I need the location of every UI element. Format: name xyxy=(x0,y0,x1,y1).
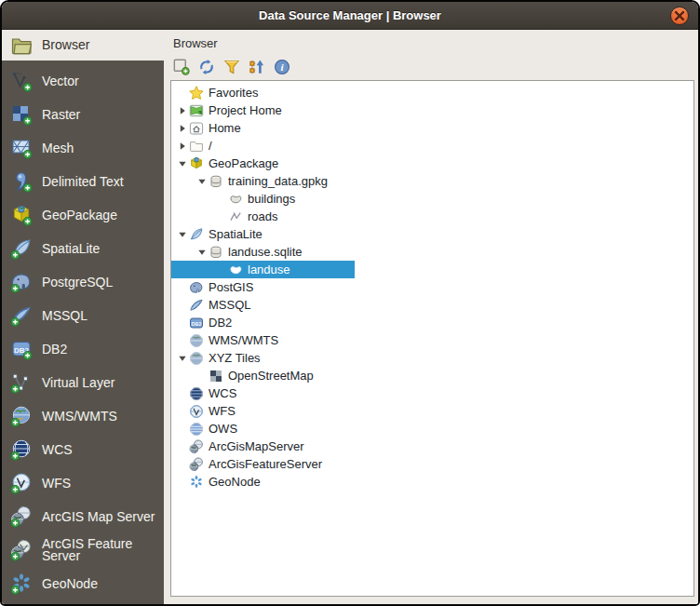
project-home-icon xyxy=(189,103,204,118)
chevron-collapsed-icon[interactable] xyxy=(175,103,189,117)
sidebar-item-label: WMS/WMTS xyxy=(42,411,117,423)
tree-item-openstreetmap[interactable]: OpenStreetMap xyxy=(171,367,693,384)
tree-item-geopackage[interactable]: GeoPackage xyxy=(171,155,693,172)
favorites-star-icon xyxy=(189,86,204,101)
arrow-spacer xyxy=(175,316,189,330)
browser-icon xyxy=(10,34,33,57)
sidebar-item-label: MSSQL xyxy=(42,310,88,322)
sidebar-item-browser[interactable]: Browser xyxy=(2,30,164,61)
db2-icon: DB2 xyxy=(10,338,33,360)
spatialite-icon xyxy=(10,237,33,260)
sidebar-item-label: GeoPackage xyxy=(42,209,117,222)
arrow-spacer xyxy=(195,369,209,383)
geonode-icon xyxy=(10,572,33,595)
arrow-spacer xyxy=(175,298,189,312)
tree-item-mssql[interactable]: MSSQL xyxy=(171,296,693,314)
screenshot-stage: Data Source Manager | Browser BrowserVec… xyxy=(0,0,700,606)
source-type-sidebar: BrowserVectorRasterMeshDelimited TextGeo… xyxy=(2,30,164,604)
sidebar-item-spatialite[interactable]: SpatiaLite xyxy=(2,232,164,265)
globe-icon xyxy=(189,333,204,348)
vector-icon xyxy=(10,70,33,92)
sidebar-item-label: ArcGIS Map Server xyxy=(42,511,155,523)
show-properties-button[interactable]: i xyxy=(273,57,292,76)
sidebar-item-geopackage[interactable]: GeoPackage xyxy=(2,198,164,232)
tree-item-root[interactable]: / xyxy=(171,137,693,155)
filter-icon xyxy=(223,59,241,75)
chevron-expanded-icon[interactable] xyxy=(175,156,189,170)
sidebar-item-mssql[interactable]: MSSQL xyxy=(2,299,164,332)
tree-item-wcs[interactable]: WCS xyxy=(171,384,693,402)
sidebar-item-label: WCS xyxy=(42,444,73,456)
sidebar-item-db2[interactable]: DB2DB2 xyxy=(2,332,164,366)
chevron-collapsed-icon[interactable] xyxy=(175,121,189,135)
sidebar-item-raster[interactable]: Raster xyxy=(2,98,164,131)
tree-item-buildings[interactable]: buildings xyxy=(171,190,693,208)
tree-item-roads[interactable]: roads xyxy=(171,208,693,225)
sidebar-item-arcgis-feature-server[interactable]: ArcGIS Feature Server xyxy=(2,533,164,567)
chevron-collapsed-icon[interactable] xyxy=(175,139,189,153)
tree-item-training-data-gpkg[interactable]: training_data.gpkg xyxy=(171,172,693,190)
sidebar-item-label: ArcGIS Feature Server xyxy=(42,538,161,562)
tree-item-landuse[interactable]: landuse xyxy=(171,261,355,278)
sidebar-item-delimited-text[interactable]: Delimited Text xyxy=(2,165,164,198)
sidebar-item-label: Delimited Text xyxy=(42,176,124,188)
sidebar-item-geonode[interactable]: GeoNode xyxy=(2,567,164,600)
chevron-expanded-icon[interactable] xyxy=(175,227,189,241)
sidebar-item-label: Vector xyxy=(42,75,79,88)
tree-item-label: ArcGisMapServer xyxy=(209,439,304,453)
tree-item-label: OWS xyxy=(209,422,237,436)
tree-item-geonode[interactable]: GeoNode xyxy=(171,473,693,491)
tree-item-label: XYZ Tiles xyxy=(209,351,261,365)
geopackage-icon xyxy=(10,204,33,226)
tree-item-xyz-tiles[interactable]: XYZ Tiles xyxy=(171,349,693,367)
tree-item-label: PostGIS xyxy=(209,280,253,294)
mssql-icon xyxy=(10,304,33,327)
sidebar-item-postgresql[interactable]: PostgreSQL xyxy=(2,265,164,299)
chevron-expanded-icon[interactable] xyxy=(175,351,189,365)
arrow-spacer xyxy=(175,422,189,436)
tree-item-arcgisfeatureserver[interactable]: ArcGisFeatureServer xyxy=(171,455,693,473)
tree-item-label: WMS/WMTS xyxy=(209,333,278,347)
collapse-all-button[interactable] xyxy=(248,57,267,76)
add-selected-layers-button[interactable] xyxy=(172,57,192,76)
sidebar-item-label: GeoNode xyxy=(42,578,98,590)
osm-tiles-icon xyxy=(209,369,223,384)
sidebar-item-wms-wmts[interactable]: WMS/WMTS xyxy=(2,399,164,433)
tree-item-label: WFS xyxy=(209,404,236,418)
arrow-spacer xyxy=(175,475,189,489)
titlebar[interactable]: Data Source Manager | Browser xyxy=(2,2,698,30)
tree-item-ows[interactable]: OWS xyxy=(171,420,693,438)
folder-icon xyxy=(189,139,204,154)
tree-item-favorites[interactable]: Favorites xyxy=(171,84,693,101)
wms-icon xyxy=(10,405,33,427)
sidebar-item-wcs[interactable]: WCS xyxy=(2,433,164,466)
tree-item-label: WCS xyxy=(209,386,236,400)
window-title: Data Source Manager | Browser xyxy=(259,8,441,22)
tree-item-arcgismapserver[interactable]: ArcGisMapServer xyxy=(171,438,693,455)
sidebar-item-arcgis-map-server[interactable]: ArcGIS Map Server xyxy=(2,500,164,533)
arrow-spacer xyxy=(214,192,228,206)
sidebar-item-mesh[interactable]: Mesh xyxy=(2,131,164,165)
tree-item-postgis[interactable]: PostGIS xyxy=(171,278,693,296)
tree-item-landuse-sqlite[interactable]: landuse.sqlite xyxy=(171,243,693,261)
wcs-icon xyxy=(10,438,33,461)
filter-browser-button[interactable] xyxy=(222,57,242,76)
wfs-icon xyxy=(189,404,204,419)
tree-item-project-home[interactable]: Project Home xyxy=(171,101,693,119)
sidebar-item-virtual-layer[interactable]: Virtual Layer xyxy=(2,366,164,399)
tree-item-spatialite[interactable]: SpatiaLite xyxy=(171,225,693,243)
tree-item-wms-wmts[interactable]: WMS/WMTS xyxy=(171,331,693,349)
db2-icon: DB2 xyxy=(189,316,204,330)
tree-item-db2[interactable]: DB2DB2 xyxy=(171,314,693,331)
chevron-expanded-icon[interactable] xyxy=(195,174,209,188)
sidebar-item-label: SpatiaLite xyxy=(42,243,100,255)
sidebar-item-wfs[interactable]: WFS xyxy=(2,466,164,500)
tree-item-home[interactable]: Home xyxy=(171,119,693,137)
sidebar-item-vector[interactable]: Vector xyxy=(2,64,164,98)
tree-item-label: Favorites xyxy=(209,86,258,100)
chevron-expanded-icon[interactable] xyxy=(195,245,209,259)
tree-item-label: buildings xyxy=(248,192,295,206)
refresh-button[interactable] xyxy=(197,57,217,76)
close-button[interactable] xyxy=(670,7,689,25)
tree-item-wfs[interactable]: WFS xyxy=(171,402,693,420)
